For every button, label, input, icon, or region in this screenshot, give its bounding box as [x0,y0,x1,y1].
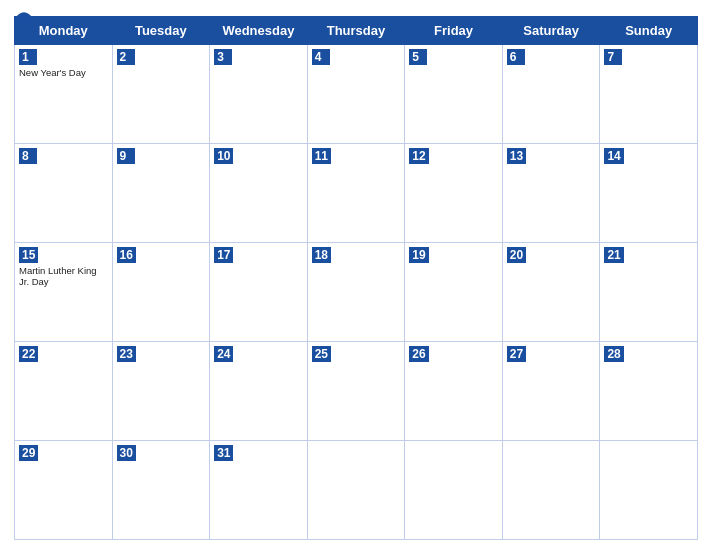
date-cell: 25 [307,342,405,441]
date-cell: 14 [600,144,698,243]
date-cell: 1New Year's Day [15,45,113,144]
logo-bird-icon [14,10,34,26]
date-number: 25 [312,346,331,362]
date-cell: 8 [15,144,113,243]
date-number: 22 [19,346,38,362]
calendar-wrapper: MondayTuesdayWednesdayThursdayFridaySatu… [0,0,712,550]
date-cell: 28 [600,342,698,441]
date-cell [502,441,600,540]
date-number: 23 [117,346,136,362]
day-header-tuesday: Tuesday [112,17,210,45]
day-header-thursday: Thursday [307,17,405,45]
date-number: 20 [507,247,526,263]
date-number: 27 [507,346,526,362]
date-cell: 12 [405,144,503,243]
date-cell: 10 [210,144,308,243]
date-number: 18 [312,247,331,263]
date-number: 8 [19,148,37,164]
date-number: 10 [214,148,233,164]
date-number: 24 [214,346,233,362]
date-cell: 17 [210,243,308,342]
week-row-2: 891011121314 [15,144,698,243]
date-number: 4 [312,49,330,65]
day-header-wednesday: Wednesday [210,17,308,45]
date-number: 7 [604,49,622,65]
date-cell: 7 [600,45,698,144]
date-number: 9 [117,148,135,164]
date-number: 31 [214,445,233,461]
date-number: 12 [409,148,428,164]
logo-area [14,10,37,26]
day-header-saturday: Saturday [502,17,600,45]
day-header-sunday: Sunday [600,17,698,45]
date-cell: 11 [307,144,405,243]
date-number: 11 [312,148,331,164]
date-cell: 24 [210,342,308,441]
date-number: 16 [117,247,136,263]
date-cell: 5 [405,45,503,144]
date-number: 21 [604,247,623,263]
date-cell: 30 [112,441,210,540]
date-cell [600,441,698,540]
date-cell: 26 [405,342,503,441]
date-number: 13 [507,148,526,164]
date-cell: 15Martin Luther King Jr. Day [15,243,113,342]
date-cell: 9 [112,144,210,243]
date-cell [307,441,405,540]
date-number: 19 [409,247,428,263]
week-row-3: 15Martin Luther King Jr. Day161718192021 [15,243,698,342]
date-number: 15 [19,247,38,263]
day-header-friday: Friday [405,17,503,45]
date-cell: 29 [15,441,113,540]
date-number: 30 [117,445,136,461]
date-cell: 16 [112,243,210,342]
holiday-name: New Year's Day [19,67,108,78]
date-cell: 22 [15,342,113,441]
week-row-1: 1New Year's Day234567 [15,45,698,144]
date-cell: 23 [112,342,210,441]
holiday-name: Martin Luther King Jr. Day [19,265,108,288]
date-cell: 27 [502,342,600,441]
date-number: 14 [604,148,623,164]
date-cell: 6 [502,45,600,144]
date-cell: 4 [307,45,405,144]
week-row-4: 22232425262728 [15,342,698,441]
date-cell [405,441,503,540]
date-number: 17 [214,247,233,263]
week-row-5: 293031 [15,441,698,540]
date-cell: 13 [502,144,600,243]
date-cell: 2 [112,45,210,144]
date-number: 2 [117,49,135,65]
date-number: 29 [19,445,38,461]
date-cell: 19 [405,243,503,342]
date-number: 5 [409,49,427,65]
calendar-table: MondayTuesdayWednesdayThursdayFridaySatu… [14,16,698,540]
date-number: 26 [409,346,428,362]
date-number: 6 [507,49,525,65]
date-cell: 20 [502,243,600,342]
logo-container [14,10,37,26]
date-number: 3 [214,49,232,65]
date-cell: 3 [210,45,308,144]
date-cell: 31 [210,441,308,540]
day-header-row: MondayTuesdayWednesdayThursdayFridaySatu… [15,17,698,45]
date-number: 28 [604,346,623,362]
date-cell: 21 [600,243,698,342]
date-cell: 18 [307,243,405,342]
date-number: 1 [19,49,37,65]
